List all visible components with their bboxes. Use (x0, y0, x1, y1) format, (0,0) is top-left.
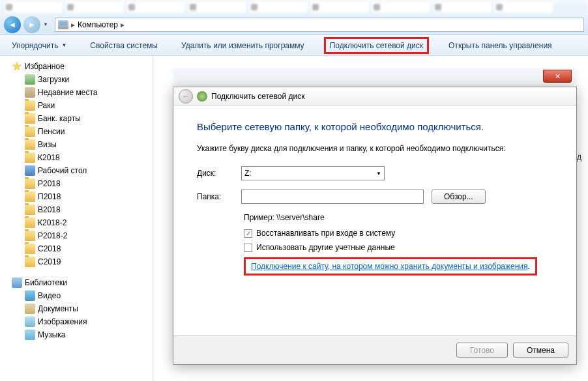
libraries-header[interactable]: Библиотеки (0, 276, 153, 289)
folder-icon (25, 152, 35, 163)
recent-icon (25, 87, 35, 98)
finish-button[interactable]: Готово (456, 343, 508, 358)
star-icon (12, 61, 22, 72)
music-icon (25, 330, 35, 340)
background-window-title (173, 68, 577, 87)
organize-menu[interactable]: Упорядочить ▼ (8, 38, 70, 53)
arrow-right-icon: ► (28, 20, 36, 29)
sidebar-item-folder[interactable]: В2018 (0, 203, 153, 216)
map-network-drive-button[interactable]: Подключить сетевой диск (324, 37, 429, 54)
network-drive-icon (197, 91, 207, 102)
sidebar-item-folder[interactable]: Раки (0, 99, 153, 112)
folder-input[interactable] (241, 190, 424, 204)
favorites-group: Избранное Загрузки Недавние места Раки Б… (0, 60, 153, 268)
video-icon (25, 290, 35, 301)
example-text: Пример: \\server\share (244, 213, 553, 222)
breadcrumb-separator: ▸ (71, 20, 75, 29)
browser-tabs-strip (0, 0, 588, 14)
system-properties-button[interactable]: Свойства системы (86, 38, 162, 53)
folder-icon (25, 257, 35, 267)
folder-icon (25, 139, 35, 150)
browse-button[interactable]: Обзор... (432, 190, 486, 204)
connect-website-link[interactable]: Подключение к сайту, на котором можно хр… (251, 262, 528, 271)
wizard-titlebar: ← Подключить сетевой диск (173, 87, 576, 106)
sidebar-item-music[interactable]: Музыка (0, 328, 153, 341)
sidebar-item-folder[interactable]: С2019 (0, 255, 153, 268)
wizard-window: ← Подключить сетевой диск Выберите сетев… (173, 87, 577, 365)
explorer-toolbar: Упорядочить ▼ Свойства системы Удалить и… (0, 35, 588, 56)
sidebar-item-desktop[interactable]: Рабочий стол (0, 164, 153, 177)
libraries-icon (12, 277, 22, 288)
alt-credentials-label: Использовать другие учетные данные (256, 243, 395, 252)
navigation-bar: ◄ ► ▼ ▸ Компьютер ▸ (0, 14, 588, 35)
forward-button[interactable]: ► (23, 16, 40, 33)
sidebar-item-folder[interactable]: С2018 (0, 242, 153, 255)
drive-select[interactable]: Z: ▼ (241, 166, 385, 180)
address-bar[interactable]: ▸ Компьютер ▸ (55, 18, 584, 32)
sidebar-item-folder[interactable]: Пенсии (0, 125, 153, 138)
folder-icon (25, 205, 35, 215)
folder-icon (25, 126, 35, 137)
sidebar-item-folder[interactable]: К2018 (0, 151, 153, 164)
favorites-header[interactable]: Избранное (0, 60, 153, 73)
close-button[interactable]: ✕ (543, 70, 572, 83)
folder-icon (25, 191, 35, 202)
sidebar-item-downloads[interactable]: Загрузки (0, 73, 153, 86)
sidebar-item-folder[interactable]: К2018-2 (0, 216, 153, 229)
map-drive-dialog: ✕ ← Подключить сетевой диск Выберите сет… (173, 68, 577, 365)
sidebar-item-folder[interactable]: П2018 (0, 190, 153, 203)
breadcrumb-separator: ▸ (121, 20, 125, 29)
sidebar-item-documents[interactable]: Документы (0, 302, 153, 315)
folder-icon (25, 231, 35, 241)
drive-label: Диск: (197, 169, 233, 178)
alt-credentials-checkbox[interactable] (244, 244, 252, 252)
sidebar-item-folder[interactable]: Р2018-2 (0, 229, 153, 242)
open-control-panel-button[interactable]: Открыть панель управления (445, 38, 556, 53)
chevron-down-icon: ▼ (376, 171, 381, 176)
sidebar-item-pictures[interactable]: Изображения (0, 315, 153, 328)
downloads-icon (25, 74, 35, 85)
wizard-body: Выберите сетевую папку, к которой необхо… (173, 106, 576, 291)
folder-icon (25, 244, 35, 254)
history-dropdown-icon[interactable]: ▼ (43, 21, 48, 27)
sidebar-item-recent[interactable]: Недавние места (0, 86, 153, 99)
folder-icon (25, 113, 35, 124)
wizard-title-text: Подключить сетевой диск (211, 92, 304, 101)
documents-icon (25, 303, 35, 314)
arrow-left-icon: ◄ (8, 20, 16, 29)
sidebar-item-videos[interactable]: Видео (0, 289, 153, 302)
folder-label: Папка: (197, 192, 233, 201)
back-button[interactable]: ◄ (4, 16, 21, 33)
sidebar-item-folder[interactable]: Р2018 (0, 177, 153, 190)
chevron-down-icon: ▼ (61, 42, 66, 48)
reconnect-label: Восстанавливать при входе в систему (256, 229, 395, 238)
libraries-group: Библиотеки Видео Документы Изображения М… (0, 276, 153, 341)
desktop-icon (25, 165, 35, 176)
uninstall-program-button[interactable]: Удалить или изменить программу (177, 38, 308, 53)
cancel-button[interactable]: Отмена (513, 343, 568, 358)
computer-icon (58, 20, 68, 29)
sidebar-item-folder[interactable]: Банк. карты (0, 112, 153, 125)
wizard-back-button[interactable]: ← (179, 89, 193, 104)
folder-icon (25, 218, 35, 228)
breadcrumb-location[interactable]: Компьютер (78, 20, 118, 29)
wizard-heading: Выберите сетевую папку, к которой необхо… (197, 121, 553, 132)
pictures-icon (25, 317, 35, 327)
sidebar-item-folder[interactable]: Визы (0, 138, 153, 151)
reconnect-checkbox[interactable]: ✓ (244, 229, 252, 238)
wizard-footer: Готово Отмена (173, 335, 576, 364)
folder-icon (25, 178, 35, 189)
folder-icon (25, 100, 35, 111)
wizard-instruction: Укажите букву диска для подключения и па… (197, 144, 553, 153)
navigation-pane: Избранное Загрузки Недавние места Раки Б… (0, 56, 153, 381)
